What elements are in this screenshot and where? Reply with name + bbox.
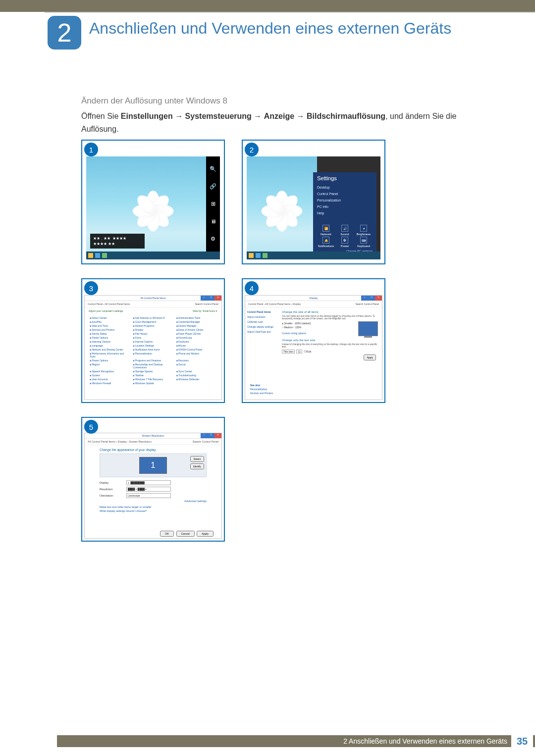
resolution-select[interactable]: ████ × ████ ▾ (126, 487, 171, 492)
control-panel-item[interactable]: Windows Defender (176, 378, 216, 381)
quick-network[interactable]: 📶Network (317, 225, 335, 236)
orientation-select[interactable]: Landscape (126, 493, 171, 498)
sidebar-item[interactable]: Adjust ClearType text (247, 330, 277, 333)
control-panel-item[interactable]: Sync Center (176, 370, 216, 373)
settings-flyout[interactable]: Settings Desktop Control Panel Personali… (313, 172, 376, 255)
detect-button[interactable]: Detect (190, 456, 204, 462)
cancel-button[interactable]: Cancel (176, 531, 195, 537)
search-input[interactable]: Search Control Panel (355, 302, 379, 305)
control-panel-item[interactable]: Ease of Access Center (176, 328, 216, 331)
display-settings-window[interactable]: Display −□× Control Panel › All Control … (245, 295, 382, 400)
settings-icon[interactable]: ⚙ (210, 235, 216, 242)
control-panel-item[interactable]: Add features to Windows 8 (133, 316, 173, 319)
control-panel-item[interactable]: Credential Manager (176, 320, 216, 323)
search-icon[interactable]: 🔍 (210, 166, 216, 173)
bold-checkbox[interactable]: ☐ Bold (304, 350, 311, 353)
control-panel-item[interactable]: Performance Information and Tools (90, 352, 130, 358)
taskbar[interactable] (86, 252, 220, 259)
taskbar-icon[interactable] (102, 253, 107, 258)
control-panel-item[interactable]: Indexing Options (90, 340, 130, 343)
advanced-settings-link[interactable]: Advanced settings (100, 500, 207, 503)
search-input[interactable]: Search Control Panel (195, 302, 218, 305)
settings-item[interactable]: PC info (317, 203, 373, 210)
control-panel-item[interactable]: Date and Time (90, 324, 130, 327)
seealso-link[interactable]: Personalization (250, 388, 274, 391)
taskbar-icon[interactable] (256, 253, 261, 258)
control-panel-item[interactable]: Fonts (133, 336, 173, 339)
control-panel-item[interactable]: Notification Area Icons (133, 348, 173, 351)
control-panel-item[interactable]: Flash Player (32-bit) (176, 332, 216, 335)
ok-button[interactable]: OK (160, 531, 174, 537)
quick-keyboard[interactable]: ⌨Keyboard (355, 237, 373, 248)
taskbar-icon[interactable] (249, 253, 254, 258)
share-icon[interactable]: 🔗 (210, 183, 216, 190)
control-panel-item[interactable]: Sound (176, 363, 216, 369)
control-panel-item[interactable]: Devices and Printers (90, 328, 130, 331)
control-panel-window[interactable]: All Control Panel Items −□× Control Pane… (84, 295, 222, 400)
control-panel-item[interactable]: Programs and Features (133, 359, 173, 362)
control-panel-item[interactable]: Taskbar (133, 374, 173, 377)
taskbar-icon[interactable] (95, 253, 100, 258)
taskbar-icon[interactable] (88, 253, 93, 258)
breadcrumb[interactable]: Control Panel › All Control Panel Items … (245, 301, 382, 307)
control-panel-item[interactable]: Power Options (90, 359, 130, 362)
control-panel-item[interactable]: NVIDIA Control Panel (176, 348, 216, 351)
display-select[interactable]: 1. ████████ (126, 480, 171, 485)
control-panel-item[interactable]: User Accounts (90, 378, 130, 381)
control-panel-item[interactable]: Keyboard (176, 340, 216, 343)
taskbar[interactable] (247, 252, 380, 259)
control-panel-item[interactable]: Action Center (90, 316, 130, 319)
settings-item[interactable]: Help (317, 210, 373, 216)
sidebar-item[interactable]: Change display settings (247, 325, 277, 328)
control-panel-item[interactable]: Administrative Tools (176, 316, 216, 319)
window-controls[interactable]: −□× (201, 433, 221, 438)
apply-button[interactable]: Apply (364, 354, 376, 360)
control-panel-item[interactable]: Device Manager (176, 324, 216, 327)
monitor-icon[interactable]: 1 (139, 457, 167, 474)
quick-brightness[interactable]: ☀Brightness (355, 225, 373, 236)
identify-button[interactable]: Identify (190, 463, 204, 469)
control-panel-item[interactable]: Troubleshooting (176, 374, 216, 377)
quick-notifications[interactable]: 🔔Notifications (317, 237, 335, 248)
control-panel-item[interactable]: Speech Recognition (90, 370, 130, 373)
screen-resolution-window[interactable]: Screen Resolution −□× All Control Panel … (84, 433, 222, 539)
control-panel-item[interactable]: Personalization (133, 352, 173, 358)
control-panel-item[interactable]: Network and Sharing Center (90, 348, 130, 351)
control-panel-item[interactable]: Windows 7 File Recovery (133, 378, 173, 381)
control-panel-item[interactable]: RemoteApp and Desktop Connections (133, 363, 173, 369)
window-controls[interactable]: −□× (361, 296, 382, 301)
control-panel-item[interactable]: Color Management (133, 320, 173, 323)
devices-icon[interactable]: 🖥 (210, 218, 216, 225)
seealso-link[interactable]: Devices and Printers (250, 392, 274, 395)
control-panel-item[interactable]: Internet Options (133, 340, 173, 343)
settings-item[interactable]: Control Panel (317, 191, 373, 197)
control-panel-item[interactable]: Default Programs (133, 324, 173, 327)
start-icon[interactable]: ⊞ (210, 201, 216, 207)
breadcrumb[interactable]: All Control Panel Items › Display › Scre… (85, 439, 221, 445)
control-panel-item[interactable]: Display (133, 328, 173, 331)
text-size-link[interactable]: Make text and other items larger or smal… (100, 505, 207, 508)
breadcrumb[interactable]: Control Panel › All Control Panel Items … (85, 301, 221, 307)
control-panel-item[interactable]: Folder Options (90, 336, 130, 339)
control-panel-item[interactable]: System (90, 374, 130, 377)
sidebar-item[interactable]: Adjust resolution (247, 315, 277, 318)
control-panel-item[interactable]: Family Safety (90, 332, 130, 335)
settings-item[interactable]: Desktop (317, 184, 373, 191)
view-by-dropdown[interactable]: View by: Small icons ▾ (193, 309, 217, 312)
quick-sound[interactable]: 🔊Sound (336, 225, 354, 236)
charms-bar[interactable]: 🔍 🔗 ⊞ 🖥 ⚙ (206, 156, 220, 252)
window-controls[interactable]: −□× (201, 296, 221, 301)
control-panel-item[interactable]: Storage Spaces (133, 370, 173, 373)
size-select[interactable]: 11 (296, 350, 302, 353)
help-link[interactable]: What display settings should I choose? (100, 509, 207, 512)
sidebar-heading[interactable]: Control Panel Home (247, 310, 277, 313)
control-panel-item[interactable]: HomeGroup (176, 336, 216, 339)
control-panel-item[interactable]: Phone and Modem (176, 352, 216, 358)
apply-button[interactable]: Apply (197, 531, 214, 537)
control-panel-item[interactable]: Windows Update (133, 382, 173, 385)
quick-power[interactable]: ⏻Power (336, 237, 354, 248)
control-panel-item[interactable]: AutoPlay (90, 320, 130, 323)
control-panel-item[interactable]: Location Settings (133, 344, 173, 347)
control-panel-item[interactable]: Windows Firewall (90, 382, 130, 385)
taskbar-icon[interactable] (263, 253, 268, 258)
